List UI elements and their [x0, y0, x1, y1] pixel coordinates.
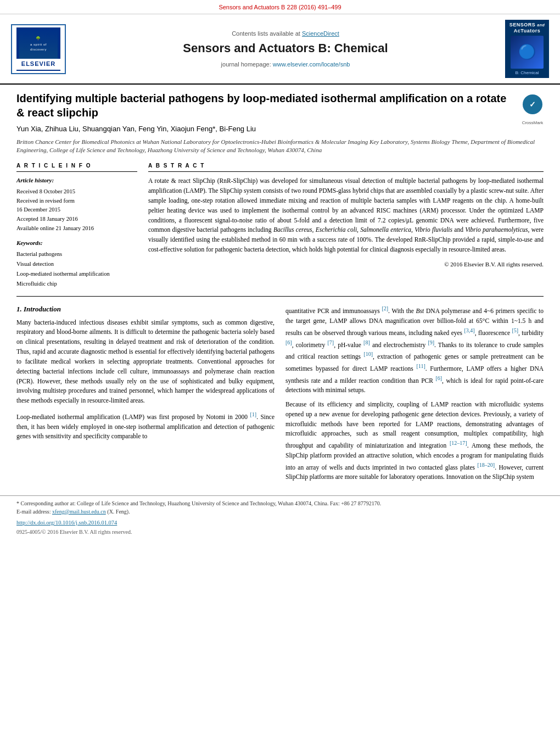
history-label: Article history: — [16, 176, 137, 185]
journal-title: Sensors and Actuators B: Chemical — [77, 40, 494, 57]
keyword-2: Visual detection — [16, 259, 137, 269]
issn-text: 0925-4005/© 2016 Elsevier B.V. All right… — [16, 528, 544, 536]
keywords-label: Keywords: — [16, 239, 137, 247]
article-info-col: A R T I C L E I N F O Article history: R… — [16, 162, 137, 288]
article-dates: Received 8 October 2015 Received in revi… — [16, 187, 137, 233]
section-divider — [16, 296, 544, 297]
doi-link[interactable]: http://dx.doi.org/10.1016/j.snb.2016.01.… — [16, 519, 544, 527]
available-date: Available online 21 January 2016 — [16, 224, 137, 233]
article-info-header: A R T I C L E I N F O — [16, 162, 137, 172]
right-paragraph-2: Because of its efficiency and simplicity… — [285, 400, 544, 482]
abstract-header: A B S T R A C T — [148, 162, 544, 172]
right-body-section: quantitative PCR and immunoassays [2]. W… — [285, 304, 544, 482]
sciencedirect-link[interactable]: ScienceDirect — [302, 30, 339, 37]
email-note: E-mail address: xfeng@mail.hust.edu.cn (… — [16, 507, 544, 516]
received-revised-label: Received in revised form — [16, 197, 137, 206]
keywords-list: Bacterial pathogens Visual detection Loo… — [16, 249, 137, 288]
journal-homepage: journal homepage: www.elsevier.com/locat… — [77, 60, 494, 69]
received-date: Received 8 October 2015 — [16, 187, 137, 197]
abstract-col: A B S T R A C T A rotate & react SlipChi… — [148, 162, 544, 288]
citation-text: Sensors and Actuators B 228 (2016) 491–4… — [219, 3, 341, 12]
authors: Yun Xia, Zhihua Liu, Shuangqian Yan, Fen… — [16, 124, 544, 134]
article-section: Identifying multiple bacterial pathogens… — [0, 85, 560, 154]
body-section: 1. Introduction Many bacteria-induced in… — [0, 304, 560, 490]
accepted-date: Accepted 18 January 2016 — [16, 215, 137, 224]
abstract-text: A rotate & react SlipChip (RnR-SlipChip)… — [148, 176, 544, 255]
footnote-area: * Corresponding author at: College of Li… — [0, 495, 560, 536]
keywords-section: Keywords: Bacterial pathogens Visual det… — [16, 239, 137, 289]
svg-text:✓: ✓ — [529, 100, 536, 109]
article-title: Identifying multiple bacterial pathogens… — [16, 91, 511, 120]
page-wrapper: Sensors and Actuators B 228 (2016) 491–4… — [0, 0, 560, 536]
keyword-1: Bacterial pathogens — [16, 249, 137, 259]
contents-label: Contents lists available at — [232, 30, 300, 37]
top-bar: Sensors and Actuators B 228 (2016) 491–4… — [0, 0, 560, 14]
intro-section: 1. Introduction Many bacteria-induced in… — [16, 304, 275, 482]
journal-center: Contents lists available at ScienceDirec… — [77, 30, 494, 69]
right-paragraph-1: quantitative PCR and immunoassays [2]. W… — [285, 304, 544, 395]
keyword-3: Loop-mediated isothermal amplification — [16, 269, 137, 279]
sensors-logo: SENSORS and AcTuators 🔵 B: Chemical — [505, 20, 549, 78]
revised-date: 16 December 2015 — [16, 205, 137, 215]
copyright-text: © 2016 Elsevier B.V. All rights reserved… — [148, 260, 544, 269]
crossmark-icon: ✓ CrossMark — [522, 93, 544, 115]
affiliation: Britton Chance Center for Biomedical Pho… — [16, 138, 544, 155]
keyword-4: Microfluidic chip — [16, 279, 137, 289]
intro-paragraph-2: Loop-mediated isothermal amplification (… — [16, 410, 275, 442]
corresponding-note: * Corresponding author at: College of Li… — [16, 499, 544, 507]
email-link[interactable]: xfeng@mail.hust.edu.cn — [52, 509, 106, 515]
article-info-abstract: A R T I C L E I N F O Article history: R… — [0, 154, 560, 288]
intro-paragraph-1: Many bacteria-induced infectious disease… — [16, 318, 275, 406]
journal-header: 🌳 a spirit of discovery ELSEVIER Content… — [0, 14, 560, 85]
homepage-link[interactable]: www.elsevier.com/locate/snb — [273, 61, 350, 68]
about-text: about — [277, 217, 292, 224]
intro-title: 1. Introduction — [16, 304, 275, 314]
elsevier-logo: 🌳 a spirit of discovery ELSEVIER — [11, 24, 66, 74]
